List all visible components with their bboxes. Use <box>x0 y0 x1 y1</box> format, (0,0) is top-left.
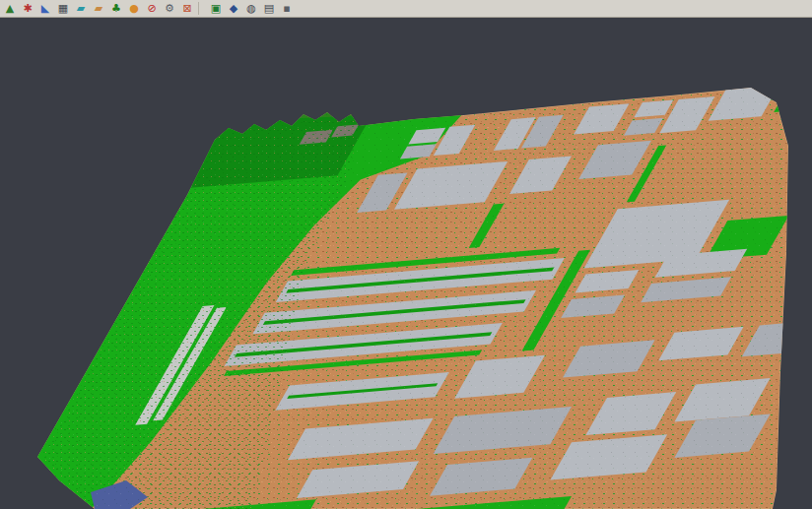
leaf-icon-glyph: ♣ <box>111 3 121 14</box>
chip-icon[interactable]: ▪ <box>279 1 295 16</box>
cyan-panel-icon-glyph: ▰ <box>77 3 85 14</box>
pointcloud-noise-overlay <box>0 18 812 509</box>
red-cross-box-icon[interactable]: ⊠ <box>179 1 195 16</box>
main-toolbar: ▲ ✱ ◣ ▦ ▰ ▰ ♣ ● ⊘ ⚙ ⊠ ▣ ◆ ◍ ▤ ▪ <box>0 0 812 18</box>
globe-icon[interactable]: ◍ <box>243 1 259 16</box>
flower-icon[interactable]: ✱ <box>20 1 35 16</box>
application-window: ▲ ✱ ◣ ▦ ▰ ▰ ♣ ● ⊘ ⚙ ⊠ ▣ ◆ ◍ ▤ ▪ <box>0 0 812 509</box>
viewport-3d[interactable] <box>0 18 812 509</box>
terrain-icon[interactable]: ▲ <box>2 1 18 16</box>
red-cross-box-icon-glyph: ⊠ <box>182 3 191 14</box>
green-box-icon[interactable]: ▣ <box>208 1 224 16</box>
blue-diamond-icon[interactable]: ◆ <box>226 1 241 16</box>
dark-grid-icon[interactable]: ▦ <box>55 1 71 16</box>
orange-circle-icon-glyph: ● <box>129 3 139 14</box>
dark-panel-icon[interactable]: ▤ <box>261 1 277 16</box>
terrain-icon-glyph: ▲ <box>6 3 14 14</box>
green-box-icon-glyph: ▣ <box>211 3 221 14</box>
prism-icon-glyph: ◣ <box>41 3 49 14</box>
cyan-panel-icon[interactable]: ▰ <box>73 1 89 16</box>
gear-icon-glyph: ⚙ <box>165 3 174 14</box>
toolbar-separator <box>198 2 205 15</box>
gear-icon[interactable]: ⚙ <box>162 1 177 16</box>
flower-icon-glyph: ✱ <box>23 3 32 14</box>
globe-icon-glyph: ◍ <box>246 3 256 14</box>
scene-3d-canvas[interactable] <box>0 18 812 509</box>
blue-diamond-icon-glyph: ◆ <box>230 3 237 14</box>
vegetation-patch <box>774 76 812 112</box>
prism-icon[interactable]: ◣ <box>37 1 53 16</box>
orange-panel-icon-glyph: ▰ <box>95 3 102 14</box>
leaf-icon[interactable]: ♣ <box>108 1 124 16</box>
orange-panel-icon[interactable]: ▰ <box>91 1 106 16</box>
no-entry-icon[interactable]: ⊘ <box>144 1 160 16</box>
no-entry-icon-glyph: ⊘ <box>147 3 156 14</box>
chip-icon-glyph: ▪ <box>283 3 290 14</box>
orange-circle-icon[interactable]: ● <box>126 1 142 16</box>
dark-panel-icon-glyph: ▤ <box>264 3 274 14</box>
dark-grid-icon-glyph: ▦ <box>58 3 68 14</box>
